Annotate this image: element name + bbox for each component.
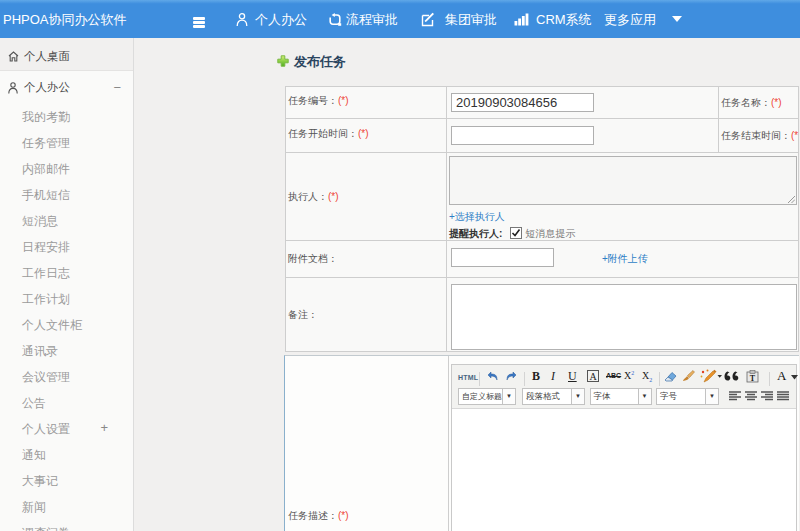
svg-text:T: T: [750, 374, 756, 383]
